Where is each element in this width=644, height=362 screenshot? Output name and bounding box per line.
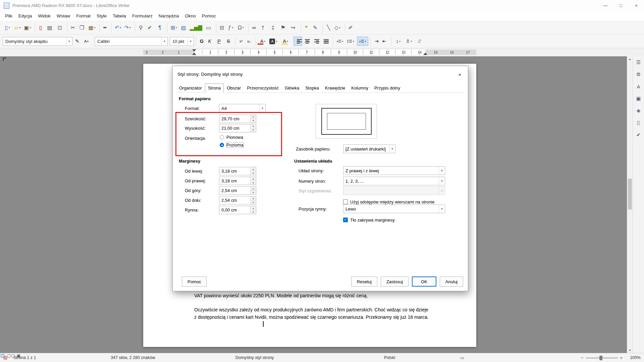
margin-value[interactable]: 3,18 cm xyxy=(219,167,250,175)
properties-icon[interactable]: ⚙ xyxy=(634,70,643,79)
use-spacing-label[interactable]: Użyj odstępów między wierszami na stroni… xyxy=(350,199,434,204)
background-covers-label[interactable]: Tło zakrywa marginesy xyxy=(350,218,395,223)
insert-textbox-icon[interactable]: ▭ xyxy=(204,23,213,33)
spinner-up-icon[interactable] xyxy=(251,167,256,171)
close-button[interactable]: × xyxy=(629,0,644,11)
increase-indent-button[interactable]: ⇥ xyxy=(371,37,379,46)
bold-button[interactable]: G xyxy=(196,37,205,46)
update-style-icon[interactable]: ✎ xyxy=(73,37,82,46)
zoom-slider-thumb[interactable] xyxy=(599,356,602,360)
menu-item[interactable]: Widok xyxy=(35,11,54,21)
undo-icon[interactable]: ↶ xyxy=(111,23,122,33)
align-right-button[interactable] xyxy=(312,37,321,46)
menu-item[interactable]: Wstaw xyxy=(54,11,73,21)
background-color-button[interactable]: A xyxy=(280,37,291,46)
basic-shapes-icon[interactable]: ◇ xyxy=(333,23,342,33)
spinner-down-icon[interactable] xyxy=(251,200,256,204)
spinner-down-icon[interactable] xyxy=(251,191,256,194)
subscript-button[interactable]: x₂ xyxy=(245,37,253,46)
spinner-up-icon[interactable] xyxy=(251,206,256,210)
dialog-close-icon[interactable]: × xyxy=(454,70,465,79)
page-numbers-select[interactable]: 1, 2, 3, ... xyxy=(343,177,445,185)
paragraph-spacing-button[interactable]: ⇳ xyxy=(403,37,415,46)
new-style-icon[interactable]: A+ xyxy=(82,37,91,46)
dialog-tab[interactable]: Przezroczystość xyxy=(244,83,282,93)
paper-format-select[interactable]: A4 xyxy=(219,104,266,113)
tab-stop-selector-icon[interactable] xyxy=(3,58,6,61)
insert-image-icon[interactable]: ▨ xyxy=(179,23,188,33)
underline-button[interactable]: P xyxy=(215,37,223,46)
paragraph[interactable]: Oczywiście wszystko zależy od mocy produ… xyxy=(194,306,429,321)
spinner-down-icon[interactable] xyxy=(251,119,256,123)
navigator-icon[interactable]: ◈ xyxy=(634,106,643,115)
endnote-icon[interactable]: ‡ xyxy=(268,23,278,33)
gallery-icon[interactable]: ▣ xyxy=(634,94,643,103)
page-panel-icon[interactable]: ▯ xyxy=(634,118,643,127)
menu-item[interactable]: Plik xyxy=(2,11,15,21)
dialog-tab[interactable]: Przypis dolny xyxy=(371,83,403,93)
landscape-radio[interactable] xyxy=(220,143,224,147)
align-center-button[interactable] xyxy=(303,37,312,46)
find-replace-icon[interactable]: ⚲ xyxy=(135,23,144,33)
dialog-tab[interactable]: Strona xyxy=(205,83,224,93)
chevron-down-icon[interactable] xyxy=(439,167,445,175)
portrait-radio[interactable] xyxy=(220,135,224,139)
landscape-label[interactable]: Pozioma xyxy=(226,142,244,147)
language-status[interactable]: Polski xyxy=(384,355,395,360)
spinner-up-icon[interactable] xyxy=(251,196,256,200)
accessibility-check-icon[interactable]: ✔ xyxy=(634,130,643,139)
draw-functions-icon[interactable]: ✐ xyxy=(345,23,354,33)
dialog-tab[interactable]: Główka xyxy=(282,83,302,93)
save-icon[interactable]: ▣ xyxy=(23,23,32,33)
document-text[interactable]: Sugerowana przez AMD cena karty zaczyna … xyxy=(194,285,429,328)
align-justify-button[interactable] xyxy=(322,37,330,46)
spinner-up-icon[interactable] xyxy=(251,187,256,191)
insert-field-icon[interactable]: ƒ xyxy=(226,23,235,33)
page-count[interactable]: Strona 1 z 1 xyxy=(13,355,36,360)
hyperlink-icon[interactable]: ∞ xyxy=(248,23,258,33)
portrait-label[interactable]: Pionowa xyxy=(226,135,243,140)
footnote-icon[interactable]: † xyxy=(258,23,268,33)
cross-reference-icon[interactable]: ↪ xyxy=(288,23,298,33)
right-indent-marker[interactable] xyxy=(423,53,427,55)
char-highlight-button[interactable]: A xyxy=(268,37,279,46)
scroll-down-icon[interactable]: ▼ xyxy=(627,348,633,353)
spinner-up-icon[interactable] xyxy=(251,177,256,181)
align-left-button[interactable] xyxy=(293,37,302,46)
zoom-out-icon[interactable]: − xyxy=(581,355,584,360)
spinner-up-icon[interactable] xyxy=(251,124,256,128)
page-style-status[interactable]: Domyślny styl strony xyxy=(235,355,274,360)
paste-icon[interactable]: ▦ xyxy=(87,23,97,33)
menu-item[interactable]: Format xyxy=(73,11,94,21)
margin-value[interactable]: 0,00 cm xyxy=(219,206,250,214)
scroll-up-icon[interactable]: ▲ xyxy=(627,56,633,62)
numbered-list-button[interactable]: 1☰ xyxy=(345,37,356,46)
width-input[interactable]: 29,70 cm xyxy=(219,115,256,123)
dialog-tab[interactable]: Organizator xyxy=(176,83,205,93)
spinner-down-icon[interactable] xyxy=(251,210,256,214)
vertical-scrollbar[interactable]: ▲ ▼ xyxy=(627,56,633,353)
insert-chart-icon[interactable]: ▂▅▇ xyxy=(189,23,203,33)
chevron-down-icon[interactable] xyxy=(161,37,167,46)
horizontal-ruler[interactable]: 321 1234567891011121314151617 xyxy=(0,48,644,56)
chevron-down-icon[interactable] xyxy=(439,177,445,185)
background-covers-checkbox[interactable] xyxy=(343,218,348,222)
dialog-tab[interactable]: Stopka xyxy=(302,83,322,93)
paragraph-style-combo[interactable]: Domyślny styl akapitu xyxy=(3,37,72,46)
styles-icon[interactable]: A xyxy=(634,82,643,91)
cut-icon[interactable]: ✂ xyxy=(67,23,76,33)
export-pdf-icon[interactable]: ▯ xyxy=(35,23,44,33)
font-size-combo[interactable]: 10 pkt xyxy=(170,37,194,46)
copy-icon[interactable]: ❐ xyxy=(77,23,87,33)
apply-button[interactable]: Zastosuj xyxy=(381,277,409,287)
open-icon[interactable]: ▱ xyxy=(13,23,22,33)
maximize-button[interactable]: □ xyxy=(613,0,629,11)
menu-item[interactable]: Pomoc xyxy=(199,11,219,21)
zoom-level[interactable]: 100% xyxy=(630,355,641,360)
track-changes-icon[interactable]: ✎ xyxy=(311,23,320,33)
minimize-button[interactable]: — xyxy=(598,0,613,11)
strikethrough-button[interactable]: S xyxy=(224,37,233,46)
outline-list-button[interactable]: »☰ xyxy=(357,37,368,46)
line-spacing-button[interactable]: ↕ xyxy=(391,37,402,46)
superscript-button[interactable]: x² xyxy=(235,37,244,46)
